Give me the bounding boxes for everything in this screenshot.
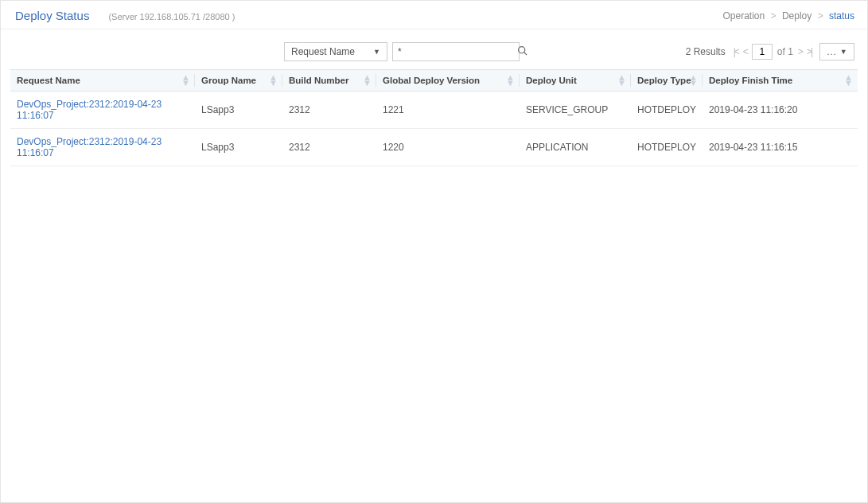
toolbar: Request Name ▼ 2 Results |< < of 1 > >| … <box>1 29 867 69</box>
pager-next-icon[interactable]: > <box>798 46 802 57</box>
breadcrumb-sep: > <box>818 10 823 21</box>
pager-input[interactable] <box>752 44 773 60</box>
cell-global-deploy-version: 1221 <box>376 92 520 129</box>
col-header-deploy-finish-time[interactable]: Deploy Finish Time▲▼ <box>703 70 858 92</box>
sort-icon: ▲▼ <box>689 75 698 85</box>
cell-group-name: LSapp3 <box>195 129 282 166</box>
page-title: Deploy Status <box>15 9 89 22</box>
pager: |< < of 1 > >| <box>734 44 812 60</box>
col-header-request-name[interactable]: Request Name▲▼ <box>10 70 195 92</box>
table-row: DevOps_Project:2312:2019-04-23 11:16:07 … <box>10 129 858 166</box>
pager-of-label: of 1 <box>777 46 793 57</box>
svg-line-1 <box>524 53 527 55</box>
search-box[interactable] <box>392 42 520 61</box>
chevron-down-icon: ▼ <box>373 48 380 56</box>
cell-build-number: 2312 <box>282 129 376 166</box>
pager-last-icon[interactable]: >| <box>807 46 812 57</box>
page-header: Deploy Status (Server 192.168.105.71 /28… <box>1 1 867 29</box>
breadcrumb-sep: > <box>771 10 777 21</box>
col-header-build-number[interactable]: Build Number▲▼ <box>282 70 376 92</box>
sort-icon: ▲▼ <box>506 75 515 85</box>
col-header-group-name[interactable]: Group Name▲▼ <box>195 70 282 92</box>
breadcrumb: Operation > Deploy > status <box>723 10 854 21</box>
table-body: DevOps_Project:2312:2019-04-23 11:16:07 … <box>10 92 858 166</box>
cell-global-deploy-version: 1220 <box>376 129 520 166</box>
search-icon[interactable] <box>517 45 527 58</box>
server-info: (Server 192.168.105.71 /28080 ) <box>108 12 235 21</box>
table-row: DevOps_Project:2312:2019-04-23 11:16:07 … <box>10 92 858 129</box>
breadcrumb-current: status <box>829 10 854 21</box>
deploy-status-table: Request Name▲▼ Group Name▲▼ Build Number… <box>10 69 858 166</box>
header-left: Deploy Status (Server 192.168.105.71 /28… <box>15 9 235 22</box>
cell-deploy-unit: APPLICATION <box>520 129 631 166</box>
col-header-deploy-type[interactable]: Deploy Type▲▼ <box>631 70 703 92</box>
breadcrumb-item[interactable]: Operation <box>723 10 765 21</box>
pager-prev-icon[interactable]: < <box>743 46 747 57</box>
sort-icon: ▲▼ <box>269 75 278 85</box>
cell-deploy-type: HOTDEPLOY <box>631 129 703 166</box>
sort-icon: ▲▼ <box>844 75 853 85</box>
chevron-down-icon: ▼ <box>840 48 847 56</box>
sort-icon: ▲▼ <box>617 75 626 85</box>
col-header-deploy-unit[interactable]: Deploy Unit▲▼ <box>520 70 631 92</box>
table-container: Request Name▲▼ Group Name▲▼ Build Number… <box>1 69 867 166</box>
cell-deploy-finish-time: 2019-04-23 11:16:15 <box>703 129 858 166</box>
cell-group-name: LSapp3 <box>195 92 282 129</box>
col-header-global-deploy-version[interactable]: Global Deploy Version▲▼ <box>376 70 520 92</box>
cell-build-number: 2312 <box>282 92 376 129</box>
toolbar-right: 2 Results |< < of 1 > >| ... ▼ <box>686 43 854 60</box>
svg-point-0 <box>519 47 525 53</box>
results-count: 2 Results <box>686 46 726 57</box>
breadcrumb-item[interactable]: Deploy <box>782 10 812 21</box>
search-input[interactable] <box>398 46 517 57</box>
filter-select[interactable]: Request Name ▼ <box>284 42 387 61</box>
cell-deploy-type: HOTDEPLOY <box>631 92 703 129</box>
request-name-link[interactable]: DevOps_Project:2312:2019-04-23 11:16:07 <box>17 136 162 158</box>
sort-icon: ▲▼ <box>363 75 372 85</box>
cell-deploy-finish-time: 2019-04-23 11:16:20 <box>703 92 858 129</box>
table-header-row: Request Name▲▼ Group Name▲▼ Build Number… <box>10 70 858 92</box>
request-name-link[interactable]: DevOps_Project:2312:2019-04-23 11:16:07 <box>17 99 162 121</box>
toolbar-center: Request Name ▼ <box>284 42 520 61</box>
more-button[interactable]: ... ▼ <box>819 43 854 60</box>
more-label: ... <box>827 47 836 57</box>
pager-first-icon[interactable]: |< <box>734 46 738 57</box>
filter-select-label: Request Name <box>291 46 355 57</box>
cell-deploy-unit: SERVICE_GROUP <box>520 92 631 129</box>
sort-icon: ▲▼ <box>181 75 190 85</box>
